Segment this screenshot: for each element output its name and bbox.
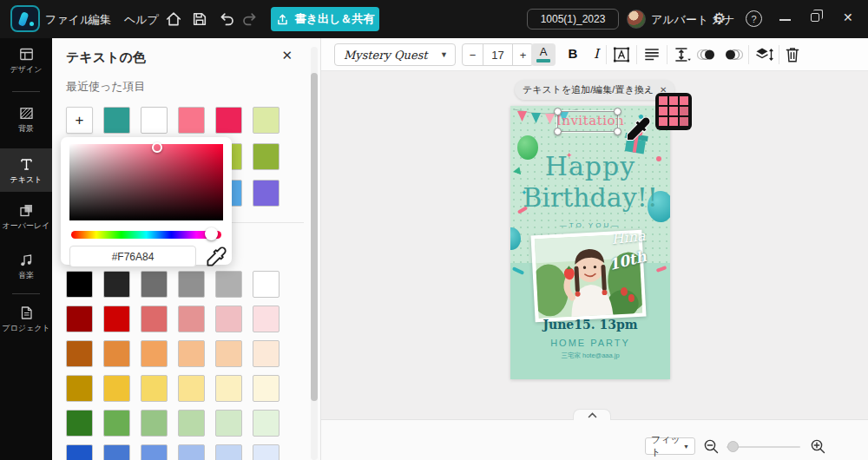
color-swatch[interactable]	[66, 340, 93, 367]
color-swatch[interactable]	[253, 143, 279, 170]
color-swatch[interactable]	[141, 444, 168, 460]
zoom-slider-handle[interactable]	[727, 441, 739, 452]
text-color-button[interactable]: A	[531, 43, 556, 66]
home-icon[interactable]	[165, 10, 182, 28]
color-swatch[interactable]	[103, 410, 130, 437]
color-swatch[interactable]	[103, 306, 130, 332]
close-window-button[interactable]: ✕	[843, 10, 853, 24]
menu-edit[interactable]: 編集	[89, 12, 111, 28]
card-happy-text[interactable]: Happy	[510, 151, 670, 181]
selection-handle-bottom-left[interactable]	[554, 128, 562, 135]
text-box-icon[interactable]	[612, 45, 631, 64]
sidebar-item-overlay[interactable]: オーバーレイ	[0, 203, 52, 232]
font-family-select[interactable]: Mystery Quest ▼	[334, 43, 456, 66]
color-swatch[interactable]	[103, 340, 130, 367]
color-swatch[interactable]	[178, 271, 205, 298]
color-swatch[interactable]	[141, 375, 168, 402]
color-swatch[interactable]	[253, 340, 279, 367]
hue-slider[interactable]	[71, 231, 221, 239]
zoom-in-icon[interactable]	[810, 438, 826, 455]
selection-handle-top-right[interactable]	[614, 108, 621, 115]
color-swatch[interactable]	[141, 271, 168, 298]
color-swatch[interactable]	[215, 271, 242, 298]
sidebar-item-background[interactable]: 背景	[0, 106, 52, 135]
timeline-expand-tab[interactable]	[573, 409, 611, 420]
sidebar-item-project[interactable]: プロジェクト	[0, 306, 52, 334]
card-party-text[interactable]: HOME PARTY	[510, 338, 670, 348]
bold-button[interactable]: B	[562, 46, 583, 61]
selection-handle-bottom-right[interactable]	[614, 128, 621, 135]
settings-gear-icon[interactable]: ⚙	[713, 10, 726, 28]
color-swatch[interactable]	[215, 306, 242, 332]
color-swatch[interactable]	[141, 306, 168, 332]
selection-handle-top-left[interactable]	[554, 108, 562, 115]
color-swatch[interactable]	[141, 107, 168, 134]
sv-handle[interactable]	[152, 142, 162, 153]
color-swatch[interactable]	[103, 375, 130, 402]
color-swatch[interactable]	[178, 410, 205, 437]
color-swatch[interactable]	[253, 444, 279, 460]
color-swatch[interactable]	[253, 271, 279, 298]
text-align-icon[interactable]	[642, 45, 661, 64]
undo-icon[interactable]	[219, 10, 236, 28]
line-spacing-icon[interactable]	[672, 45, 693, 64]
trash-icon[interactable]	[784, 45, 801, 64]
color-swatch[interactable]	[253, 375, 279, 402]
save-icon[interactable]	[191, 10, 208, 28]
card-birthday-text[interactable]: Birthday!!	[510, 182, 670, 213]
export-share-button[interactable]: 書き出し＆共有	[271, 7, 379, 31]
redo-icon[interactable]	[240, 10, 258, 28]
color-swatch[interactable]	[66, 444, 93, 460]
hex-color-input[interactable]	[69, 246, 196, 267]
saturation-value-area[interactable]	[69, 144, 223, 220]
font-size-increase-button[interactable]: +	[512, 44, 533, 65]
invitation-card[interactable]: ✦ ✦ Invitation Happy Birthday!! —TO YOU—	[510, 106, 670, 379]
menu-help[interactable]: ヘルプ	[124, 12, 159, 28]
color-swatch[interactable]	[215, 107, 242, 134]
color-swatch[interactable]	[141, 410, 168, 437]
color-swatch[interactable]	[66, 410, 93, 437]
font-size-value[interactable]: 17	[483, 44, 512, 65]
color-swatch[interactable]	[66, 375, 93, 402]
color-swatch[interactable]	[253, 306, 279, 332]
color-swatch[interactable]	[215, 444, 242, 460]
color-swatch[interactable]	[253, 410, 279, 437]
color-swatch[interactable]	[103, 107, 130, 134]
zoom-out-icon[interactable]	[703, 438, 720, 455]
user-avatar[interactable]	[627, 10, 646, 29]
panel-scrollbar-thumb[interactable]	[311, 73, 318, 401]
fade-in-icon[interactable]	[697, 45, 718, 64]
eyedropper-icon[interactable]	[205, 246, 227, 268]
fade-out-icon[interactable]	[722, 45, 743, 64]
color-swatch[interactable]	[178, 340, 205, 367]
hue-slider-handle[interactable]	[205, 227, 218, 240]
layer-order-icon[interactable]	[754, 45, 775, 64]
color-swatch[interactable]	[215, 410, 242, 437]
color-swatch[interactable]	[215, 375, 242, 402]
app-logo-icon[interactable]	[10, 5, 40, 32]
text-selection-box[interactable]	[557, 111, 618, 132]
menu-file[interactable]: ファイル	[45, 12, 91, 28]
color-swatch[interactable]	[178, 107, 205, 134]
canvas-area[interactable]: テキストを追加/編集/置き換え ✕ ✦	[321, 71, 868, 419]
card-date-text[interactable]: June15. 13pm	[510, 318, 670, 332]
sidebar-item-design[interactable]: デザイン	[0, 47, 52, 76]
sidebar-item-text[interactable]: テキスト	[0, 148, 52, 192]
add-color-button[interactable]: +	[66, 107, 93, 134]
color-swatch[interactable]	[66, 306, 93, 332]
color-swatch[interactable]	[253, 107, 279, 134]
restore-button[interactable]	[811, 13, 819, 22]
color-swatch[interactable]	[178, 306, 205, 332]
color-swatch[interactable]	[215, 340, 242, 367]
italic-button[interactable]: I	[587, 46, 606, 62]
color-swatch[interactable]	[66, 271, 93, 298]
color-swatch[interactable]	[253, 180, 279, 207]
color-swatch[interactable]	[178, 444, 205, 460]
color-swatch[interactable]	[141, 340, 168, 367]
help-icon[interactable]: ?	[746, 10, 762, 27]
minimize-button[interactable]	[779, 19, 791, 21]
color-swatch[interactable]	[103, 444, 130, 460]
project-title-field[interactable]: 1005(1)_2023	[527, 9, 619, 30]
card-contact-text[interactable]: 三宅家 hote@aaa.jp	[510, 352, 670, 360]
panel-close-icon[interactable]: ✕	[281, 48, 293, 63]
